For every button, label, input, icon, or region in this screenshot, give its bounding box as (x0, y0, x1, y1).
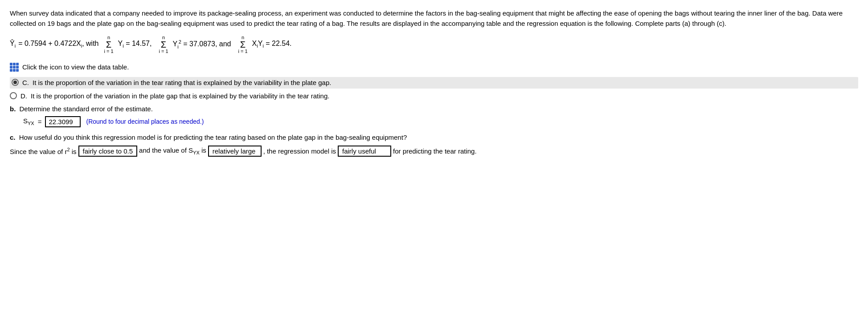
data-table-icon-row[interactable]: Click the icon to view the data table. (10, 63, 129, 72)
and-syx-text: and the value of SYX is (139, 146, 206, 155)
grid-icon[interactable] (10, 63, 19, 72)
option-d-row[interactable]: D. It is the proportion of the variation… (10, 91, 858, 101)
grid-cell (10, 66, 12, 69)
syx-prefix: SYX (23, 117, 34, 126)
model-dropdown[interactable]: fairly useful (338, 146, 391, 157)
intro-paragraph: When survey data indicated that a compan… (10, 8, 856, 29)
sigma-1: n Σ i = 1 (104, 35, 114, 54)
grid-cell (16, 69, 19, 72)
round-note: (Round to four decimal places as needed.… (86, 118, 204, 125)
syx-value-box[interactable]: 22.3099 (45, 116, 81, 127)
option-d-text: It is the proportion of the variation in… (31, 91, 329, 101)
syx-line: SYX = 22.3099 (Round to four decimal pla… (23, 116, 858, 127)
sum2-val: Yi2 = 37.0873, and (173, 39, 231, 49)
sigma-1-sym: Σ (106, 40, 111, 49)
r2-dropdown[interactable]: fairly close to 0.5 (78, 146, 138, 157)
sigma-3-bot: i = 1 (238, 49, 247, 54)
syx-dropdown[interactable]: relatively large (208, 146, 262, 157)
section-c: c. How useful do you think this regressi… (10, 134, 858, 157)
equation-line: Ŷi = 0.7594 + 0.4722Xi, with n Σ i = 1 Y… (10, 35, 858, 54)
section-b: b. Determine the standard error of the e… (10, 105, 858, 127)
grid-cell (16, 66, 19, 69)
sum3-val: XiYi = 22.54. (252, 40, 292, 49)
c-label: c. (10, 134, 16, 141)
sigma-2-bot: i = 1 (159, 49, 168, 54)
grid-cell (16, 63, 19, 65)
yhat-symbol: Ŷi (10, 40, 16, 49)
grid-cell (10, 63, 12, 65)
option-c-radio[interactable] (12, 79, 19, 86)
since-prefix: Since the value of r2 is (10, 147, 77, 155)
icon-label: Click the icon to view the data table. (22, 63, 129, 71)
option-c-letter: C. (22, 78, 29, 88)
options-section: C. It is the proportion of the variation… (10, 77, 858, 101)
sigma-2-sym: Σ (161, 40, 166, 49)
grid-cell (13, 63, 16, 65)
sigma-3: n Σ i = 1 (238, 35, 247, 54)
sigma-3-sym: Σ (240, 40, 246, 49)
section-c-label: c. How useful do you think this regressi… (10, 134, 858, 141)
syx-eq: = (38, 118, 42, 126)
equation-formula: = 0.7594 + 0.4722Xi, with (18, 40, 98, 49)
section-b-label: b. Determine the standard error of the e… (10, 105, 858, 113)
b-label: b. (10, 105, 16, 113)
option-d-letter: D. (20, 91, 27, 101)
sigma-1-top: n (107, 35, 110, 40)
since-line: Since the value of r2 is fairly close to… (10, 146, 858, 157)
section-b-question: Determine the standard error of the esti… (20, 105, 153, 113)
sigma-2: n Σ i = 1 (159, 35, 168, 54)
option-d-radio[interactable] (10, 92, 17, 99)
option-c-text: It is the proportion of the variation in… (33, 78, 331, 88)
comma-text: , (263, 147, 265, 155)
grid-cell (10, 69, 12, 72)
sum1-val: Yi = 14.57, (118, 40, 152, 49)
sigma-3-top: n (242, 35, 244, 40)
grid-cell (13, 69, 16, 72)
option-c-row[interactable]: C. It is the proportion of the variation… (10, 77, 858, 89)
end-text: for predicting the tear rating. (393, 147, 477, 155)
sigma-2-top: n (162, 35, 165, 40)
section-c-question: How useful do you think this regression … (19, 134, 407, 141)
grid-cell (13, 66, 16, 69)
sigma-1-bot: i = 1 (104, 49, 114, 54)
model-text: the regression model is (267, 147, 336, 155)
